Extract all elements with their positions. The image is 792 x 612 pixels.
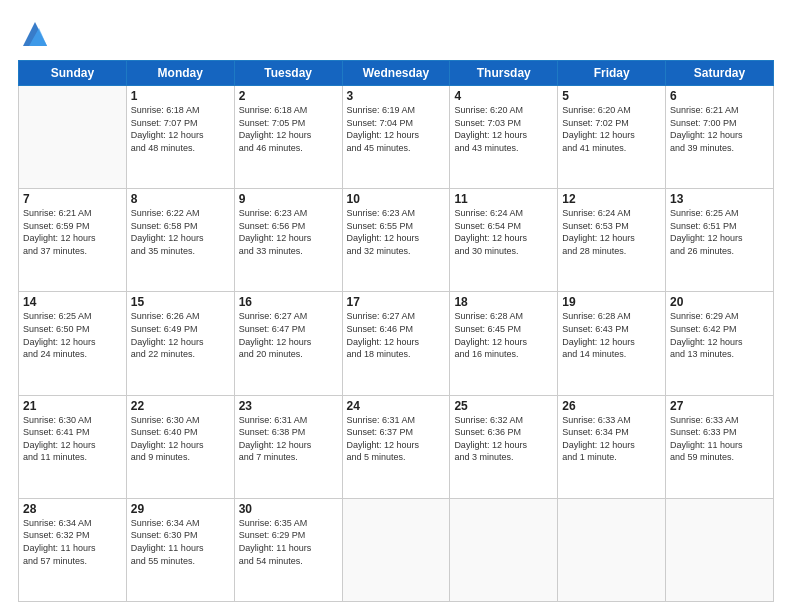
calendar-cell: 13Sunrise: 6:25 AM Sunset: 6:51 PM Dayli…: [666, 189, 774, 292]
calendar-cell: 6Sunrise: 6:21 AM Sunset: 7:00 PM Daylig…: [666, 86, 774, 189]
week-row-5: 28Sunrise: 6:34 AM Sunset: 6:32 PM Dayli…: [19, 498, 774, 601]
day-info: Sunrise: 6:32 AM Sunset: 6:36 PM Dayligh…: [454, 414, 553, 464]
calendar-cell: 26Sunrise: 6:33 AM Sunset: 6:34 PM Dayli…: [558, 395, 666, 498]
calendar-cell: 27Sunrise: 6:33 AM Sunset: 6:33 PM Dayli…: [666, 395, 774, 498]
calendar-cell: 22Sunrise: 6:30 AM Sunset: 6:40 PM Dayli…: [126, 395, 234, 498]
calendar-cell: 10Sunrise: 6:23 AM Sunset: 6:55 PM Dayli…: [342, 189, 450, 292]
day-info: Sunrise: 6:33 AM Sunset: 6:34 PM Dayligh…: [562, 414, 661, 464]
day-number: 10: [347, 192, 446, 206]
day-info: Sunrise: 6:28 AM Sunset: 6:45 PM Dayligh…: [454, 310, 553, 360]
day-info: Sunrise: 6:35 AM Sunset: 6:29 PM Dayligh…: [239, 517, 338, 567]
day-number: 23: [239, 399, 338, 413]
day-number: 15: [131, 295, 230, 309]
day-info: Sunrise: 6:25 AM Sunset: 6:51 PM Dayligh…: [670, 207, 769, 257]
day-number: 30: [239, 502, 338, 516]
calendar-cell: 2Sunrise: 6:18 AM Sunset: 7:05 PM Daylig…: [234, 86, 342, 189]
day-number: 4: [454, 89, 553, 103]
day-number: 17: [347, 295, 446, 309]
day-info: Sunrise: 6:31 AM Sunset: 6:37 PM Dayligh…: [347, 414, 446, 464]
day-info: Sunrise: 6:23 AM Sunset: 6:56 PM Dayligh…: [239, 207, 338, 257]
day-number: 9: [239, 192, 338, 206]
calendar-cell: 19Sunrise: 6:28 AM Sunset: 6:43 PM Dayli…: [558, 292, 666, 395]
day-info: Sunrise: 6:34 AM Sunset: 6:32 PM Dayligh…: [23, 517, 122, 567]
day-number: 11: [454, 192, 553, 206]
calendar-cell: 25Sunrise: 6:32 AM Sunset: 6:36 PM Dayli…: [450, 395, 558, 498]
day-number: 25: [454, 399, 553, 413]
day-info: Sunrise: 6:30 AM Sunset: 6:41 PM Dayligh…: [23, 414, 122, 464]
weekday-header-wednesday: Wednesday: [342, 61, 450, 86]
day-number: 3: [347, 89, 446, 103]
day-number: 20: [670, 295, 769, 309]
calendar-cell: 16Sunrise: 6:27 AM Sunset: 6:47 PM Dayli…: [234, 292, 342, 395]
week-row-3: 14Sunrise: 6:25 AM Sunset: 6:50 PM Dayli…: [19, 292, 774, 395]
calendar-cell: 20Sunrise: 6:29 AM Sunset: 6:42 PM Dayli…: [666, 292, 774, 395]
calendar-cell: 12Sunrise: 6:24 AM Sunset: 6:53 PM Dayli…: [558, 189, 666, 292]
calendar-cell: 11Sunrise: 6:24 AM Sunset: 6:54 PM Dayli…: [450, 189, 558, 292]
day-number: 27: [670, 399, 769, 413]
week-row-4: 21Sunrise: 6:30 AM Sunset: 6:41 PM Dayli…: [19, 395, 774, 498]
day-number: 26: [562, 399, 661, 413]
day-info: Sunrise: 6:18 AM Sunset: 7:07 PM Dayligh…: [131, 104, 230, 154]
calendar-cell: 21Sunrise: 6:30 AM Sunset: 6:41 PM Dayli…: [19, 395, 127, 498]
calendar-cell: 18Sunrise: 6:28 AM Sunset: 6:45 PM Dayli…: [450, 292, 558, 395]
day-info: Sunrise: 6:22 AM Sunset: 6:58 PM Dayligh…: [131, 207, 230, 257]
logo: [18, 18, 49, 50]
day-info: Sunrise: 6:24 AM Sunset: 6:54 PM Dayligh…: [454, 207, 553, 257]
weekday-header-row: SundayMondayTuesdayWednesdayThursdayFrid…: [19, 61, 774, 86]
weekday-header-thursday: Thursday: [450, 61, 558, 86]
day-number: 6: [670, 89, 769, 103]
calendar-cell: 3Sunrise: 6:19 AM Sunset: 7:04 PM Daylig…: [342, 86, 450, 189]
day-number: 22: [131, 399, 230, 413]
calendar-cell: [558, 498, 666, 601]
calendar-cell: 5Sunrise: 6:20 AM Sunset: 7:02 PM Daylig…: [558, 86, 666, 189]
calendar-cell: 15Sunrise: 6:26 AM Sunset: 6:49 PM Dayli…: [126, 292, 234, 395]
logo-icon: [21, 18, 49, 50]
day-info: Sunrise: 6:18 AM Sunset: 7:05 PM Dayligh…: [239, 104, 338, 154]
day-info: Sunrise: 6:21 AM Sunset: 6:59 PM Dayligh…: [23, 207, 122, 257]
calendar-cell: 8Sunrise: 6:22 AM Sunset: 6:58 PM Daylig…: [126, 189, 234, 292]
day-number: 14: [23, 295, 122, 309]
week-row-2: 7Sunrise: 6:21 AM Sunset: 6:59 PM Daylig…: [19, 189, 774, 292]
day-number: 1: [131, 89, 230, 103]
calendar-cell: 1Sunrise: 6:18 AM Sunset: 7:07 PM Daylig…: [126, 86, 234, 189]
day-number: 21: [23, 399, 122, 413]
calendar-cell: 9Sunrise: 6:23 AM Sunset: 6:56 PM Daylig…: [234, 189, 342, 292]
page-header: [18, 18, 774, 50]
weekday-header-friday: Friday: [558, 61, 666, 86]
day-info: Sunrise: 6:34 AM Sunset: 6:30 PM Dayligh…: [131, 517, 230, 567]
calendar-cell: 29Sunrise: 6:34 AM Sunset: 6:30 PM Dayli…: [126, 498, 234, 601]
calendar-cell: 14Sunrise: 6:25 AM Sunset: 6:50 PM Dayli…: [19, 292, 127, 395]
calendar-cell: 28Sunrise: 6:34 AM Sunset: 6:32 PM Dayli…: [19, 498, 127, 601]
day-info: Sunrise: 6:30 AM Sunset: 6:40 PM Dayligh…: [131, 414, 230, 464]
day-info: Sunrise: 6:21 AM Sunset: 7:00 PM Dayligh…: [670, 104, 769, 154]
calendar-cell: 24Sunrise: 6:31 AM Sunset: 6:37 PM Dayli…: [342, 395, 450, 498]
day-info: Sunrise: 6:23 AM Sunset: 6:55 PM Dayligh…: [347, 207, 446, 257]
calendar-table: SundayMondayTuesdayWednesdayThursdayFrid…: [18, 60, 774, 602]
day-number: 13: [670, 192, 769, 206]
day-info: Sunrise: 6:31 AM Sunset: 6:38 PM Dayligh…: [239, 414, 338, 464]
day-number: 5: [562, 89, 661, 103]
day-number: 18: [454, 295, 553, 309]
day-info: Sunrise: 6:20 AM Sunset: 7:02 PM Dayligh…: [562, 104, 661, 154]
calendar-cell: 17Sunrise: 6:27 AM Sunset: 6:46 PM Dayli…: [342, 292, 450, 395]
weekday-header-monday: Monday: [126, 61, 234, 86]
week-row-1: 1Sunrise: 6:18 AM Sunset: 7:07 PM Daylig…: [19, 86, 774, 189]
calendar-cell: [450, 498, 558, 601]
day-info: Sunrise: 6:29 AM Sunset: 6:42 PM Dayligh…: [670, 310, 769, 360]
day-info: Sunrise: 6:27 AM Sunset: 6:47 PM Dayligh…: [239, 310, 338, 360]
calendar-cell: 7Sunrise: 6:21 AM Sunset: 6:59 PM Daylig…: [19, 189, 127, 292]
weekday-header-tuesday: Tuesday: [234, 61, 342, 86]
calendar-cell: [666, 498, 774, 601]
day-number: 12: [562, 192, 661, 206]
day-number: 19: [562, 295, 661, 309]
day-info: Sunrise: 6:27 AM Sunset: 6:46 PM Dayligh…: [347, 310, 446, 360]
day-info: Sunrise: 6:19 AM Sunset: 7:04 PM Dayligh…: [347, 104, 446, 154]
calendar-cell: [19, 86, 127, 189]
day-number: 8: [131, 192, 230, 206]
day-info: Sunrise: 6:26 AM Sunset: 6:49 PM Dayligh…: [131, 310, 230, 360]
weekday-header-sunday: Sunday: [19, 61, 127, 86]
day-info: Sunrise: 6:28 AM Sunset: 6:43 PM Dayligh…: [562, 310, 661, 360]
day-number: 2: [239, 89, 338, 103]
day-info: Sunrise: 6:33 AM Sunset: 6:33 PM Dayligh…: [670, 414, 769, 464]
day-number: 7: [23, 192, 122, 206]
